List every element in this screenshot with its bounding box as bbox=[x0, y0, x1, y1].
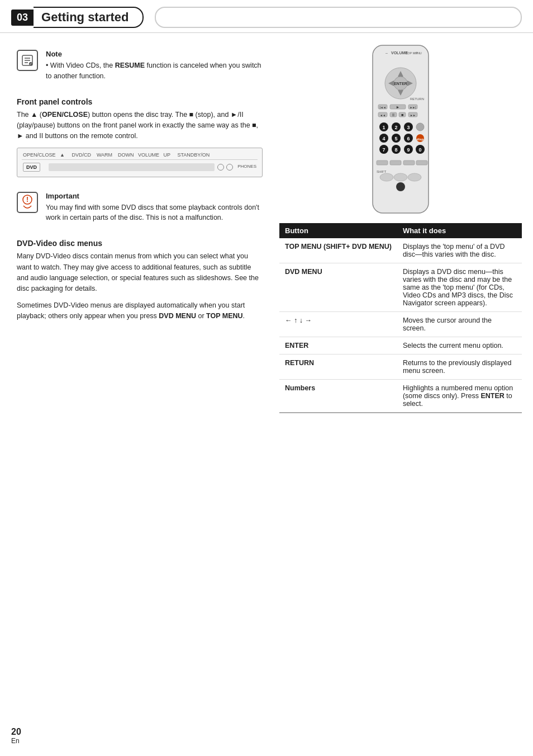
front-panel-text: The ▲ (OPEN/CLOSE) button opens the disc… bbox=[17, 110, 263, 142]
right-column: – VOLUME + TOP MENU ENTER bbox=[274, 39, 533, 419]
important-icon: ! bbox=[17, 192, 38, 213]
svg-text:►►|: ►►| bbox=[410, 106, 416, 109]
table-cell-description: Displays the 'top menu' of a DVD disc—th… bbox=[397, 238, 522, 263]
table-cell-button: DVD MENU bbox=[279, 263, 397, 312]
svg-rect-60 bbox=[403, 160, 415, 165]
svg-text:7: 7 bbox=[382, 147, 385, 153]
svg-rect-59 bbox=[390, 160, 401, 165]
svg-point-41 bbox=[416, 123, 424, 131]
header-right-decoration bbox=[155, 7, 522, 28]
page-footer: 20 En bbox=[11, 727, 21, 745]
left-column: ✓ Note • With Video CDs, the RESUME func… bbox=[0, 39, 274, 419]
front-panel-heading: Front panel controls bbox=[17, 97, 263, 106]
chapter-badge: 03 bbox=[11, 10, 34, 26]
dvd-menus-para2: Sometimes DVD-Video menus are displayed … bbox=[17, 300, 263, 322]
svg-point-66 bbox=[396, 182, 405, 191]
table-cell-description: Selects the current menu option. bbox=[397, 337, 522, 355]
remote-control-image: – VOLUME + TOP MENU ENTER bbox=[279, 44, 522, 218]
svg-text:TOP MENU: TOP MENU bbox=[406, 51, 422, 55]
svg-point-64 bbox=[394, 173, 407, 181]
note-box: ✓ Note • With Video CDs, the RESUME func… bbox=[17, 44, 263, 87]
dvd-menus-para1: Many DVD-Video discs contain menus from … bbox=[17, 251, 263, 295]
svg-text:►: ► bbox=[396, 105, 400, 109]
table-row: ENTERSelects the current menu option. bbox=[279, 337, 522, 355]
table-header-what: What it does bbox=[397, 223, 522, 238]
note-title: Note bbox=[46, 50, 263, 58]
svg-text:|◄◄: |◄◄ bbox=[379, 106, 386, 109]
svg-text:6: 6 bbox=[407, 136, 410, 141]
svg-text:!: ! bbox=[26, 196, 28, 204]
remote-svg: – VOLUME + TOP MENU ENTER bbox=[364, 44, 437, 218]
table-row: RETURNReturns to the previously displaye… bbox=[279, 355, 522, 380]
important-title: Important bbox=[46, 192, 263, 200]
svg-text:◄◄: ◄◄ bbox=[380, 114, 386, 117]
table-cell-button: RETURN bbox=[279, 355, 397, 380]
front-panel-diagram: OPEN/CLOSE ▲ DVD/CD WARM DOWN VOLUME UP … bbox=[17, 148, 263, 177]
svg-text:II: II bbox=[392, 113, 394, 117]
button-table: Button What it does TOP MENU (SHIFT+ DVD… bbox=[279, 223, 522, 413]
chapter-title: Getting started bbox=[34, 7, 143, 28]
svg-text:RETURN: RETURN bbox=[410, 97, 424, 101]
table-header-button: Button bbox=[279, 223, 397, 238]
note-text: • With Video CDs, the RESUME function is… bbox=[46, 60, 263, 82]
table-cell-description: Returns to the previously displayed menu… bbox=[397, 355, 522, 380]
table-row: NumbersHighlights a numbered menu option… bbox=[279, 380, 522, 413]
page-language: En bbox=[11, 737, 20, 745]
table-cell-button: ENTER bbox=[279, 337, 397, 355]
note-icon: ✓ bbox=[17, 50, 38, 71]
svg-text:4: 4 bbox=[382, 136, 385, 141]
panel-right-icons: PHONES bbox=[217, 164, 256, 171]
important-box: ! Important You may find with some DVD d… bbox=[17, 186, 263, 229]
svg-text:disp: disp bbox=[417, 138, 424, 141]
svg-text:3: 3 bbox=[407, 125, 410, 130]
table-cell-description: Displays a DVD disc menu—this varies wit… bbox=[397, 263, 522, 312]
table-cell-button: TOP MENU (SHIFT+ DVD MENU) bbox=[279, 238, 397, 263]
svg-text:8: 8 bbox=[394, 147, 397, 153]
dvd-menus-heading: DVD-Video disc menus bbox=[17, 239, 263, 248]
svg-text:■: ■ bbox=[401, 113, 403, 117]
table-cell-description: Highlights a numbered menu option (some … bbox=[397, 380, 522, 413]
svg-text:✓: ✓ bbox=[30, 62, 32, 65]
svg-text:ENTER: ENTER bbox=[394, 82, 407, 86]
table-row: TOP MENU (SHIFT+ DVD MENU)Displays the '… bbox=[279, 238, 522, 263]
svg-rect-58 bbox=[377, 160, 388, 165]
svg-text:SHIFT: SHIFT bbox=[377, 170, 387, 173]
panel-open-close-label: OPEN/CLOSE ▲ DVD/CD WARM DOWN VOLUME UP … bbox=[23, 152, 210, 158]
svg-text:0: 0 bbox=[418, 147, 421, 153]
dvd-logo: DVD bbox=[23, 163, 40, 172]
table-cell-button: ← ↑ ↓ → bbox=[279, 312, 397, 337]
note-content: Note • With Video CDs, the RESUME functi… bbox=[46, 50, 263, 82]
disc-slot bbox=[49, 163, 215, 171]
table-row: DVD MENUDisplays a DVD disc menu—this va… bbox=[279, 263, 522, 312]
important-content: Important You may find with some DVD dis… bbox=[46, 192, 263, 224]
svg-point-63 bbox=[380, 173, 393, 181]
svg-rect-61 bbox=[416, 160, 427, 165]
main-content: ✓ Note • With Video CDs, the RESUME func… bbox=[0, 33, 533, 424]
important-text: You may find with some DVD discs that so… bbox=[46, 202, 263, 224]
table-row: ← ↑ ↓ →Moves the cursor around the scree… bbox=[279, 312, 522, 337]
page-number: 20 bbox=[11, 727, 21, 737]
svg-text:5: 5 bbox=[394, 136, 397, 141]
svg-text:►►: ►► bbox=[410, 114, 416, 117]
page-header: 03 Getting started bbox=[0, 0, 533, 33]
svg-text:2: 2 bbox=[394, 125, 397, 130]
svg-point-65 bbox=[408, 173, 421, 181]
svg-text:9: 9 bbox=[407, 147, 410, 153]
svg-text:–: – bbox=[386, 51, 388, 55]
table-cell-button: Numbers bbox=[279, 380, 397, 413]
svg-text:1: 1 bbox=[382, 125, 385, 130]
table-cell-description: Moves the cursor around the screen. bbox=[397, 312, 522, 337]
